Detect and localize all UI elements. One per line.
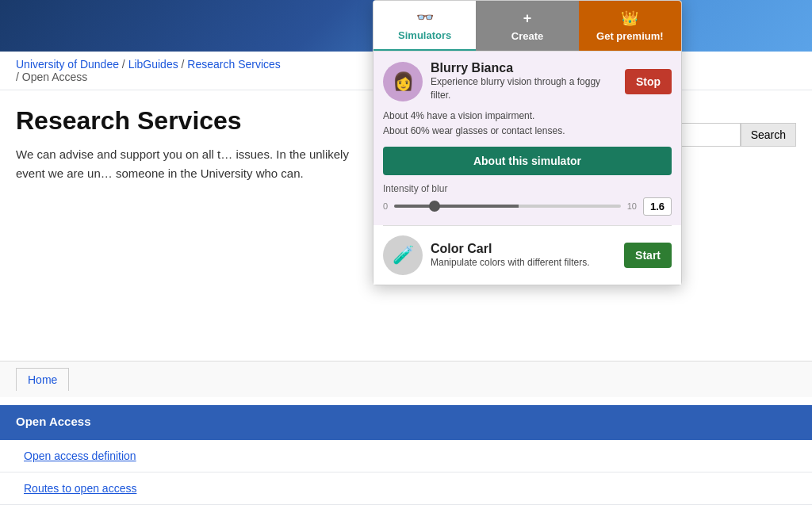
slider-value: 1.6 [643,197,672,216]
bianca-avatar: 👩 [383,62,423,101]
intensity-label: Intensity of blur [383,183,672,194]
search-button[interactable]: Search [741,123,796,147]
carl-info: Color Carl Manipulate colors with differ… [431,242,616,270]
carl-avatar-icon: 🧪 [393,245,414,266]
carl-header: 🧪 Color Carl Manipulate colors with diff… [383,235,672,275]
tab-create[interactable]: + Create [476,1,578,51]
bianca-header: 👩 Blurry Bianca Experience blurry vision… [383,61,672,102]
slider-min: 0 [383,201,388,211]
bianca-stats: About 4% have a vision impairment. About… [383,109,672,139]
bianca-description: Experience blurry vision through a foggy… [431,75,617,102]
bianca-avatar-icon: 👩 [393,71,414,92]
slider-container: 0 10 1.6 [383,197,672,216]
nav-link-routes-to-open-access[interactable]: Routes to open access [0,472,812,505]
carl-section: 🧪 Color Carl Manipulate colors with diff… [373,226,681,285]
bianca-info: Blurry Bianca Experience blurry vision t… [431,61,617,102]
start-button[interactable]: Start [624,243,672,268]
carl-avatar: 🧪 [383,235,423,275]
breadcrumb-university[interactable]: University of Dundee [16,58,119,71]
nav-links: Open access definition Routes to open ac… [0,438,812,505]
bianca-name: Blurry Bianca [431,61,617,75]
slider-max: 10 [627,201,637,211]
nav-open-access[interactable]: Open Access [0,405,812,438]
nav-home[interactable]: Home [16,368,69,391]
premium-icon: 👑 [621,10,638,27]
create-icon: + [523,10,532,27]
simulator-popup: 👓 Simulators + Create 👑 Get premium! 👩 B… [373,0,682,285]
tab-simulators[interactable]: 👓 Simulators [373,1,476,51]
carl-description: Manipulate colors with different filters… [431,256,616,270]
blur-intensity-slider[interactable] [394,205,621,208]
tab-premium[interactable]: 👑 Get premium! [579,1,681,51]
bottom-nav: Home Open Access Open access definition … [0,361,812,505]
tab-simulators-label: Simulators [398,29,451,41]
simulator-tabs: 👓 Simulators + Create 👑 Get premium! [373,1,681,52]
stop-button[interactable]: Stop [625,69,672,94]
simulators-icon: 👓 [416,9,434,26]
carl-name: Color Carl [431,242,616,256]
stats-line2: About 60% wear glasses or contact lenses… [383,125,565,136]
stats-line1: About 4% have a vision impairment. [383,110,534,121]
tab-premium-label: Get premium! [596,30,664,42]
tab-create-label: Create [511,30,543,42]
breadcrumb-open-access: / Open Access [16,71,87,83]
breadcrumb-research-services[interactable]: Research Services [187,58,281,71]
breadcrumb-libguides[interactable]: LibGuides [128,58,178,71]
nav-link-open-access-definition[interactable]: Open access definition [0,440,812,472]
page-description: We can advise and support you on all t… … [16,145,373,183]
bianca-section: 👩 Blurry Bianca Experience blurry vision… [373,52,681,225]
about-simulator-button[interactable]: About this simulator [383,147,672,175]
